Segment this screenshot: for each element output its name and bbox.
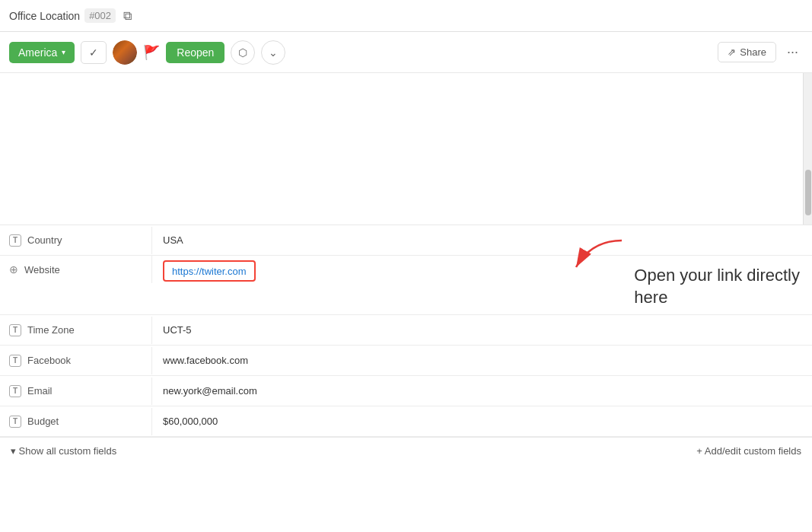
page-title: Office Location bbox=[9, 10, 80, 22]
chevron-down-icon: ▾ bbox=[62, 48, 65, 56]
annotation-container: Open your link directly here bbox=[622, 256, 812, 314]
main-panel: T Country USA ⊕ Website https://twiter.c… bbox=[0, 73, 812, 532]
field-value-budget[interactable]: $60,000,000 bbox=[152, 408, 812, 435]
status-label: America bbox=[18, 46, 57, 59]
website-input-box: https://twiter.com bbox=[163, 260, 256, 282]
more-icon: ··· bbox=[787, 44, 798, 59]
share-icon: ⇗ bbox=[728, 46, 736, 58]
field-label-email: T Email bbox=[0, 377, 152, 405]
annotation-line1: Open your link directly bbox=[634, 266, 800, 285]
share-label: Share bbox=[740, 46, 766, 58]
table-row: T Facebook www.facebook.com bbox=[0, 346, 812, 376]
table-row: T Country USA bbox=[0, 225, 812, 256]
status-button[interactable]: America ▾ bbox=[9, 42, 75, 63]
flag-icon: 🚩 bbox=[143, 45, 160, 60]
field-label-timezone: T Time Zone bbox=[0, 317, 152, 344]
table-row: ⊕ Website https://twiter.com bbox=[0, 256, 812, 315]
field-name-facebook: Facebook bbox=[27, 355, 71, 366]
field-value-timezone[interactable]: UCT-5 bbox=[152, 317, 812, 343]
avatar bbox=[113, 40, 137, 65]
annotation-line2: here bbox=[634, 288, 667, 307]
text-field-icon: T bbox=[9, 385, 21, 397]
table-row: T Email new.york@email.com bbox=[0, 376, 812, 406]
website-cell: https://twiter.com bbox=[152, 256, 622, 286]
share-button[interactable]: ⇗ Share bbox=[718, 42, 776, 62]
field-label-facebook: T Facebook bbox=[0, 347, 152, 374]
content-area: T Country USA ⊕ Website https://twiter.c… bbox=[0, 73, 812, 532]
field-name-country: Country bbox=[27, 234, 62, 246]
text-field-icon: T bbox=[9, 416, 21, 428]
add-custom-fields-button[interactable]: + Add/edit custom fields bbox=[696, 445, 801, 457]
fields-table: T Country USA ⊕ Website https://twiter.c… bbox=[0, 225, 812, 532]
cube-icon: ⬡ bbox=[238, 46, 247, 59]
check-icon: ✓ bbox=[89, 46, 98, 59]
field-value-email[interactable]: new.york@email.com bbox=[152, 377, 812, 404]
scrollbar-track[interactable] bbox=[803, 73, 812, 225]
more-button[interactable]: ··· bbox=[782, 41, 803, 63]
expand-button[interactable]: ⌄ bbox=[261, 40, 285, 65]
duplicate-button[interactable]: ⧉ bbox=[120, 8, 135, 24]
avatar-button[interactable] bbox=[113, 40, 137, 65]
field-label-budget: T Budget bbox=[0, 408, 152, 435]
flag-button[interactable]: 🚩 bbox=[143, 44, 160, 61]
field-label-website: ⊕ Website bbox=[0, 256, 152, 283]
website-link[interactable]: https://twiter.com bbox=[172, 266, 247, 277]
show-custom-fields-button[interactable]: ▾ Show all custom fields bbox=[11, 445, 116, 457]
field-value-facebook[interactable]: www.facebook.com bbox=[152, 347, 812, 374]
globe-icon: ⊕ bbox=[9, 263, 18, 276]
toolbar: America ▾ ✓ 🚩 Reopen ⬡ ⌄ ⇗ Share ··· bbox=[0, 32, 812, 73]
text-field-icon: T bbox=[9, 355, 21, 367]
chevron-circle-icon: ⌄ bbox=[269, 46, 278, 59]
canvas-area bbox=[0, 73, 812, 225]
reopen-button[interactable]: Reopen bbox=[166, 42, 224, 63]
header-bar: Office Location #002 ⧉ bbox=[0, 0, 812, 32]
text-field-icon: T bbox=[9, 234, 21, 247]
field-label-country: T Country bbox=[0, 227, 152, 254]
annotation-text: Open your link directly here bbox=[622, 259, 812, 314]
field-name-timezone: Time Zone bbox=[27, 324, 75, 336]
check-button[interactable]: ✓ bbox=[81, 41, 107, 64]
record-id: #002 bbox=[84, 8, 116, 23]
text-field-icon: T bbox=[9, 324, 21, 336]
field-name-email: Email bbox=[27, 385, 53, 397]
scrollbar-thumb[interactable] bbox=[805, 170, 811, 215]
field-name-budget: Budget bbox=[27, 416, 59, 427]
table-row: T Budget $60,000,000 bbox=[0, 406, 812, 437]
cube-button[interactable]: ⬡ bbox=[231, 40, 255, 65]
red-arrow-icon bbox=[568, 233, 629, 279]
fields-footer: ▾ Show all custom fields + Add/edit cust… bbox=[0, 437, 812, 464]
field-value-country[interactable]: USA bbox=[152, 227, 812, 253]
table-row: T Time Zone UCT-5 bbox=[0, 315, 812, 346]
field-name-website: Website bbox=[24, 264, 60, 276]
